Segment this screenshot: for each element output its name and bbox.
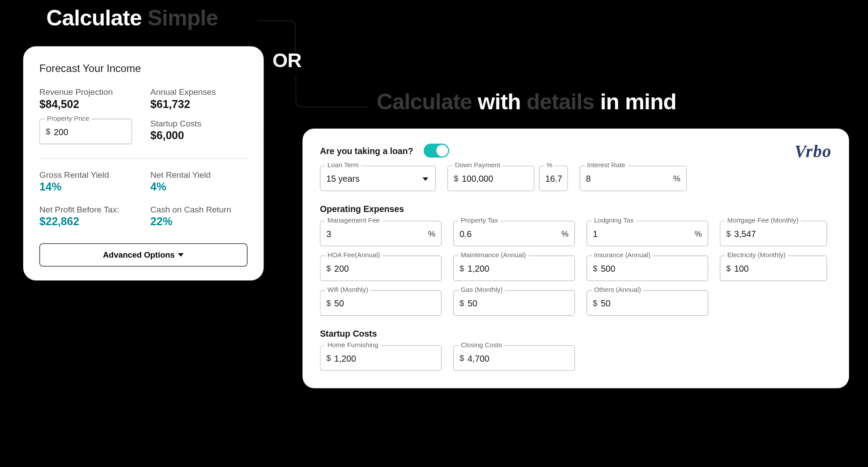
property-price-legend: Property Price [45,115,92,122]
lodging-tax-input[interactable]: Lodgning Tax % [587,221,708,246]
operating-expenses-title: Operating Expenses [320,204,832,214]
dollar-prefix: $ [326,298,331,308]
dollar-prefix: $ [326,264,331,273]
lodging-tax-field[interactable] [593,229,695,238]
hoa-field[interactable] [334,263,435,273]
headline-or: OR [272,49,301,72]
chevron-down-icon [178,253,184,257]
wifi-field[interactable] [334,298,435,308]
loan-toggle[interactable] [424,144,449,158]
gas-legend: Gas (Monthly) [458,286,505,293]
mortgage-fee-input[interactable]: Mortgage Fee (Monthly) $ [720,221,827,246]
percent-suffix: % [428,229,435,238]
wifi-legend: Wifi (Monthly) [325,286,371,293]
net-yield-label: Net Rental Yield [151,170,248,180]
others-field[interactable] [601,298,702,308]
net-profit-value: $22,862 [40,216,137,228]
furnishing-field[interactable] [334,353,435,363]
insurance-legend: Insurance (Annual) [592,251,653,259]
property-price-field[interactable] [54,126,126,136]
closing-field[interactable] [468,353,569,363]
loan-term-legend: Loan Term [325,162,361,169]
dollar-prefix: $ [326,353,331,363]
interest-rate-field[interactable] [586,173,674,183]
dollar-prefix: $ [454,174,458,183]
revenue-label: Revenue Projection [40,87,137,97]
brand-logo: Vrbo [795,141,832,161]
maintenance-field[interactable] [468,263,569,273]
expenses-value: $61,732 [151,98,248,111]
hoa-legend: HOA Fee(Annual) [325,251,382,259]
down-payment-pct-input[interactable]: % [539,166,568,191]
startup-costs-label: Startup Costs [151,119,248,128]
electricity-field[interactable] [734,263,821,273]
startup-costs-value: $6,000 [151,129,248,142]
electricity-legend: Electricity (Monthly) [725,251,788,259]
interest-rate-legend: Interest Rate [585,162,627,169]
interest-rate-input[interactable]: Interest Rate % [580,166,687,191]
divider [40,158,248,158]
mgmt-fee-field[interactable] [326,229,428,238]
down-payment-field[interactable] [462,173,528,183]
others-input[interactable]: Others (Annual) $ [587,290,708,316]
dollar-prefix: $ [460,353,464,363]
gas-field[interactable] [468,298,569,308]
toggle-knob [436,145,448,156]
property-tax-legend: Property Tax [458,217,501,224]
net-profit-label: Net Profit Before Tax: [40,205,137,214]
down-payment-input[interactable]: Down Payment $ [447,166,534,191]
lodging-tax-legend: Lodgning Tax [592,217,636,224]
percent-suffix: % [561,229,568,238]
closing-costs-input[interactable]: Closing Costs $ [453,345,575,371]
hoa-input[interactable]: HOA Fee(Annual) $ [320,255,442,281]
closing-legend: Closing Costs [458,341,504,348]
cash-return-label: Cash on Cash Return [151,205,248,214]
dollar-prefix: $ [460,298,464,308]
mgmt-fee-legend: Management Fee [325,217,382,224]
furnishing-input[interactable]: Home Furnishing $ [320,345,442,371]
others-legend: Others (Annual) [592,286,644,293]
down-payment-pct-legend: % [544,162,555,169]
down-payment-pct-field[interactable] [545,173,562,183]
maintenance-input[interactable]: Maintenance (Annual) $ [453,255,575,281]
loan-term-select[interactable]: Loan Term 15 years [320,166,436,191]
insurance-input[interactable]: Insurance (Annual) $ [587,255,708,281]
dollar-prefix: $ [46,127,50,136]
dollar-prefix: $ [593,264,597,273]
percent-suffix: % [673,174,680,183]
advanced-options-label: Advanced Options [103,250,175,259]
dollar-prefix: $ [726,229,731,238]
property-price-input[interactable]: Property Price $ [40,119,132,144]
insurance-field[interactable] [601,263,702,273]
connector-line [258,20,295,52]
gross-yield-label: Gross Rental Yield [40,170,137,180]
connector-line [295,75,368,108]
dollar-prefix: $ [593,298,597,308]
percent-suffix: % [695,229,702,238]
startup-costs-title: Startup Costs [320,328,832,338]
simple-calculator-card: Forecast Your Income Revenue Projection … [23,47,264,280]
wifi-input[interactable]: Wifi (Monthly) $ [320,290,442,316]
maintenance-legend: Maintenance (Annual) [458,251,528,259]
mortgage-fee-field[interactable] [734,229,821,238]
dollar-prefix: $ [726,264,731,273]
management-fee-input[interactable]: Management Fee % [320,221,442,246]
headline-simple: Calculate Simple [47,6,218,31]
property-tax-input[interactable]: Property Tax % [453,221,575,246]
gross-yield-value: 14% [40,181,137,194]
mortgage-fee-legend: Mortgage Fee (Monthly) [725,217,801,224]
dollar-prefix: $ [460,264,464,273]
headline-details: Calculate with details in mind [377,90,677,115]
loan-term-field[interactable]: 15 years [326,173,429,183]
detailed-calculator-card: Vrbo Are you taking a loan? Loan Term 15… [303,129,849,388]
advanced-options-button[interactable]: Advanced Options [40,243,248,266]
furnishing-legend: Home Furnishing [325,341,381,348]
electricity-input[interactable]: Electricity (Monthly) $ [720,255,827,281]
loan-question-label: Are you taking a loan? [320,146,413,155]
property-tax-field[interactable] [460,229,562,238]
expenses-label: Annual Expenses [151,87,248,97]
net-yield-value: 4% [151,181,248,194]
gas-input[interactable]: Gas (Monthly) $ [453,290,575,316]
down-payment-legend: Down Payment [453,162,502,169]
revenue-value: $84,502 [40,98,137,111]
